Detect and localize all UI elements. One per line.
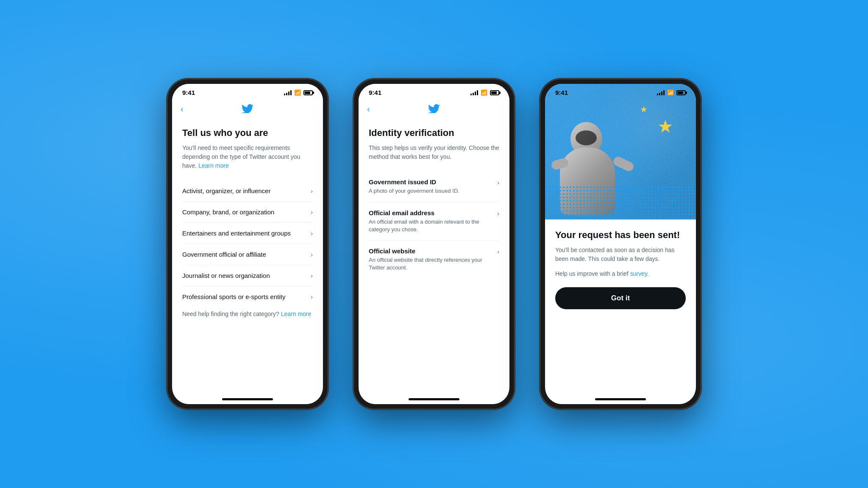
- status-time-2: 9:41: [369, 89, 381, 96]
- verify-option-id[interactable]: Government issued ID A photo of your gov…: [369, 172, 499, 202]
- back-button-2[interactable]: ‹: [367, 104, 370, 114]
- phone-3: 9:41 📶: [540, 79, 701, 409]
- status-bar-2: 9:41 📶: [359, 84, 509, 100]
- home-indicator-3: [545, 394, 696, 404]
- wifi-icon-2: 📶: [481, 89, 487, 96]
- twitter-logo-1: [242, 103, 253, 115]
- page-title-1: Tell us who you are: [182, 128, 313, 139]
- status-bar-3: 9:41 📶: [545, 84, 696, 100]
- success-title: Your request has been sent!: [555, 230, 686, 241]
- status-icons-1: 📶: [284, 89, 313, 96]
- help-text-1: Need help finding the right category? Le…: [182, 311, 313, 317]
- verification-options: Government issued ID A photo of your gov…: [369, 172, 499, 278]
- nav-bar-2: ‹: [359, 100, 509, 119]
- status-time-1: 9:41: [182, 89, 195, 96]
- survey-link[interactable]: survey.: [630, 270, 649, 277]
- home-indicator-2: [359, 394, 509, 404]
- signal-icon-3: [657, 90, 665, 95]
- chevron-icon-email: ›: [497, 210, 499, 217]
- verify-option-website[interactable]: Official website An official website tha…: [369, 241, 499, 278]
- list-item-activist[interactable]: Activist, organizer, or influencer ›: [182, 180, 313, 202]
- chevron-icon-5: ›: [311, 272, 313, 279]
- verify-option-email[interactable]: Official email address An official email…: [369, 202, 499, 241]
- list-item-journalist[interactable]: Journalist or news organization ›: [182, 265, 313, 286]
- list-item-entertainers[interactable]: Entertainers and entertainment groups ›: [182, 223, 313, 244]
- chevron-icon-4: ›: [311, 251, 313, 258]
- home-indicator-1: [172, 394, 323, 404]
- list-item-sports[interactable]: Professional sports or e-sports entity ›: [182, 286, 313, 307]
- phone-2: 9:41 📶 ‹: [353, 79, 515, 409]
- status-bar-1: 9:41 📶: [172, 84, 323, 100]
- got-it-button[interactable]: Got it: [555, 287, 686, 309]
- chevron-icon-id: ›: [497, 179, 499, 186]
- status-icons-3: 📶: [657, 89, 686, 96]
- wifi-icon: 📶: [294, 89, 301, 96]
- twitter-logo-2: [428, 103, 440, 115]
- success-description: You'll be contacted as soon as a decisio…: [555, 246, 686, 263]
- status-time-3: 9:41: [555, 89, 568, 96]
- star-icon-small: ★: [640, 104, 648, 114]
- screen-content-2: Identity verification This step helps us…: [359, 119, 509, 394]
- chevron-icon-2: ›: [311, 209, 313, 216]
- success-content: Your request has been sent! You'll be co…: [545, 219, 696, 394]
- halftone-dots: [545, 186, 696, 219]
- wifi-icon-3: 📶: [667, 89, 674, 96]
- chevron-icon-1: ›: [311, 188, 313, 194]
- battery-icon-2: [490, 90, 499, 95]
- subtitle-2: This step helps us verify your identity.…: [369, 144, 499, 161]
- chevron-icon-6: ›: [311, 294, 313, 300]
- learn-more-link-1[interactable]: Learn more: [198, 162, 229, 169]
- signal-icon-2: [470, 90, 478, 95]
- nav-bar-1: ‹: [172, 100, 323, 119]
- screen-content-1: Tell us who you are You'll need to meet …: [172, 119, 323, 394]
- chevron-icon-website: ›: [497, 248, 499, 255]
- subtitle-1: You'll need to meet specific requirement…: [182, 144, 313, 170]
- hero-image: ★ ★: [545, 84, 696, 219]
- star-icon-large: ★: [657, 118, 673, 136]
- category-list: Activist, organizer, or influencer › Com…: [182, 180, 313, 307]
- list-item-company[interactable]: Company, brand, or organization ›: [182, 202, 313, 223]
- status-icons-2: 📶: [470, 89, 499, 96]
- battery-icon: [303, 90, 313, 95]
- survey-text: Help us improve with a brief survey.: [555, 270, 686, 277]
- back-button-1[interactable]: ‹: [181, 104, 184, 114]
- phone-1: 9:41 📶 ‹: [167, 79, 328, 409]
- help-learn-more-link[interactable]: Learn more: [281, 311, 312, 317]
- list-item-government[interactable]: Government official or affiliate ›: [182, 244, 313, 265]
- page-title-2: Identity verification: [369, 128, 499, 139]
- chevron-icon-3: ›: [311, 230, 313, 237]
- battery-icon-3: [676, 90, 686, 95]
- signal-icon: [284, 90, 292, 95]
